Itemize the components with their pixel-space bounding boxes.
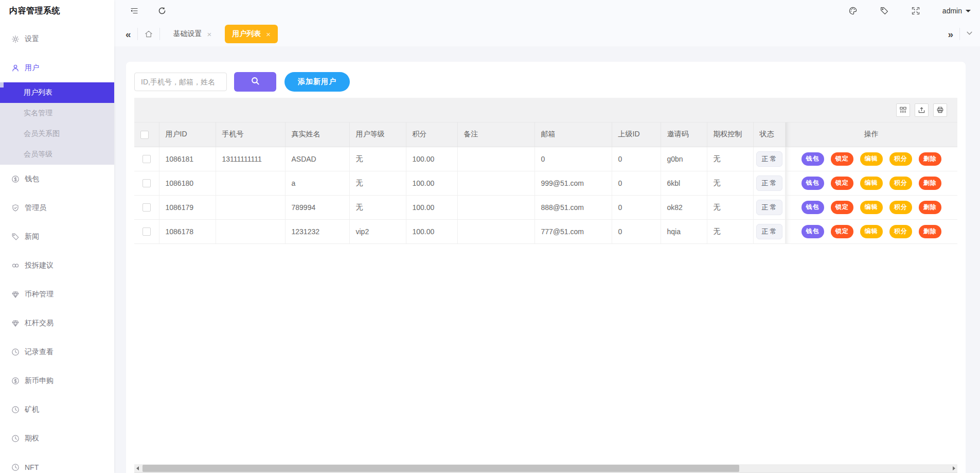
close-icon[interactable]: × (207, 30, 212, 39)
tabs-scroll-right-icon[interactable]: » (948, 29, 953, 39)
sidebar-item-records[interactable]: 记录查看 (0, 338, 114, 366)
cell-parent-id: 0 (612, 195, 661, 219)
tab-bar: « 基础设置 × 用户列表 × » (114, 22, 980, 46)
sidebar-item-options[interactable]: 期权 (0, 424, 114, 453)
export-icon[interactable] (915, 103, 929, 117)
home-icon[interactable] (144, 29, 153, 39)
tab-basic-settings[interactable]: 基础设置 × (166, 25, 219, 43)
table-row: 1086181 13111111111 ASDAD 无 100.00 0 0 g… (134, 147, 957, 171)
points-button[interactable]: 积分 (889, 152, 912, 166)
sidebar-item-wallet[interactable]: 钱包 (0, 165, 114, 194)
cell-user-id: 1086180 (159, 171, 216, 195)
row-checkbox[interactable] (142, 227, 151, 236)
fullscreen-icon[interactable] (911, 6, 920, 15)
sidebar-menu: 设置 用户 用户列表 实名管理 会员关系图 会员等级 钱包 (0, 22, 114, 473)
search-input[interactable] (134, 73, 227, 91)
sidebar-item-label: NFT (25, 463, 39, 471)
print-icon[interactable] (933, 103, 947, 117)
points-button[interactable]: 积分 (889, 225, 912, 238)
edit-button[interactable]: 编辑 (860, 152, 883, 166)
sidebar-item-users[interactable]: 用户 (0, 54, 114, 82)
scroll-right-arrow-icon[interactable] (953, 466, 955, 470)
sidebar-item-news[interactable]: 新闻 (0, 222, 114, 251)
add-user-button[interactable]: 添加新用户 (284, 72, 350, 92)
main-area: admin « 基础设置 × 用户列表 × » (114, 0, 980, 473)
search-button[interactable] (234, 72, 276, 92)
cell-option-control: 无 (707, 147, 753, 171)
lock-button[interactable]: 锁定 (831, 201, 853, 214)
theme-palette-icon[interactable] (848, 6, 858, 15)
sidebar-item-settings[interactable]: 设置 (0, 25, 114, 54)
scrollbar-thumb[interactable] (142, 465, 739, 472)
delete-button[interactable]: 删除 (919, 201, 941, 214)
cell-actions: 钱包 锁定 编辑 积分 删除 (785, 195, 957, 219)
app-root: 内容管理系统 设置 用户 用户列表 实名管理 会员关系图 会员等级 (0, 0, 980, 473)
tag-icon (11, 233, 20, 241)
row-checkbox[interactable] (142, 155, 151, 163)
cell-option-control: 无 (707, 171, 753, 195)
submenu-item-member-level[interactable]: 会员等级 (0, 144, 114, 165)
cell-parent-id: 0 (612, 147, 661, 171)
points-button[interactable]: 积分 (889, 201, 912, 214)
lock-button[interactable]: 锁定 (831, 152, 853, 166)
tabs-scroll-left-icon[interactable]: « (126, 29, 131, 39)
submenu-item-relation-map[interactable]: 会员关系图 (0, 124, 114, 144)
table-row: 1086180 a 无 100.00 999@51.com 0 6kbl 无 (134, 171, 957, 195)
row-checkbox-cell (134, 219, 159, 243)
sidebar-item-label: 投拆建议 (25, 261, 54, 270)
diamond-icon (11, 319, 20, 327)
horizontal-scrollbar[interactable] (134, 464, 957, 473)
tag-icon[interactable] (880, 6, 889, 15)
sidebar-item-feedback[interactable]: 投拆建议 (0, 251, 114, 280)
user-icon (11, 64, 20, 72)
wallet-button[interactable]: 钱包 (801, 225, 824, 238)
wallet-button[interactable]: 钱包 (801, 152, 824, 166)
close-icon[interactable]: × (266, 30, 271, 39)
filter-columns-icon[interactable] (896, 103, 910, 117)
submenu-item-realname[interactable]: 实名管理 (0, 103, 114, 124)
cell-user-id: 1086178 (159, 219, 216, 243)
sidebar-item-miner[interactable]: 矿机 (0, 395, 114, 424)
delete-button[interactable]: 删除 (919, 225, 941, 238)
row-checkbox[interactable] (142, 203, 151, 212)
collapse-menu-icon[interactable] (130, 6, 139, 15)
tab-user-list[interactable]: 用户列表 × (225, 25, 278, 43)
chevron-down-icon[interactable] (966, 30, 973, 38)
row-checkbox[interactable] (142, 179, 151, 187)
col-header-actions: 操作 (785, 122, 957, 147)
edit-button[interactable]: 编辑 (860, 177, 883, 190)
delete-button[interactable]: 删除 (919, 152, 941, 166)
cell-points: 100.00 (406, 171, 457, 195)
scroll-left-arrow-icon[interactable] (136, 466, 139, 470)
lock-button[interactable]: 锁定 (831, 225, 853, 238)
delete-button[interactable]: 删除 (919, 177, 941, 190)
submenu-item-user-list[interactable]: 用户列表 (0, 82, 114, 103)
cell-remark (457, 195, 534, 219)
points-button[interactable]: 积分 (889, 177, 912, 190)
wallet-button[interactable]: 钱包 (801, 177, 824, 190)
status-badge: 正常 (756, 200, 782, 215)
refresh-icon[interactable] (157, 6, 167, 15)
cell-parent-id: 0 (612, 219, 661, 243)
cell-option-control: 无 (707, 219, 753, 243)
user-menu[interactable]: admin (942, 7, 971, 15)
row-checkbox-cell (134, 195, 159, 219)
link-icon (11, 261, 20, 270)
sidebar-item-nft[interactable]: NFT (0, 453, 114, 473)
select-all-checkbox[interactable] (140, 131, 149, 139)
sidebar-item-coin-manage[interactable]: 币种管理 (0, 280, 114, 309)
cell-invite-code: hqia (661, 219, 707, 243)
edit-button[interactable]: 编辑 (860, 225, 883, 238)
sidebar-item-label: 管理员 (25, 203, 46, 213)
sidebar-item-admins[interactable]: 管理员 (0, 194, 114, 222)
edit-button[interactable]: 编辑 (860, 201, 883, 214)
lock-button[interactable]: 锁定 (831, 177, 853, 190)
cell-invite-code: 6kbl (661, 171, 707, 195)
wallet-button[interactable]: 钱包 (801, 201, 824, 214)
col-header-real-name: 真实姓名 (285, 122, 349, 147)
table-empty-space (134, 244, 957, 465)
cell-level: 无 (349, 171, 406, 195)
sidebar-item-new-coin[interactable]: 新币申购 (0, 366, 114, 395)
gear-icon (11, 35, 20, 43)
sidebar-item-leverage[interactable]: 杠杆交易 (0, 309, 114, 338)
